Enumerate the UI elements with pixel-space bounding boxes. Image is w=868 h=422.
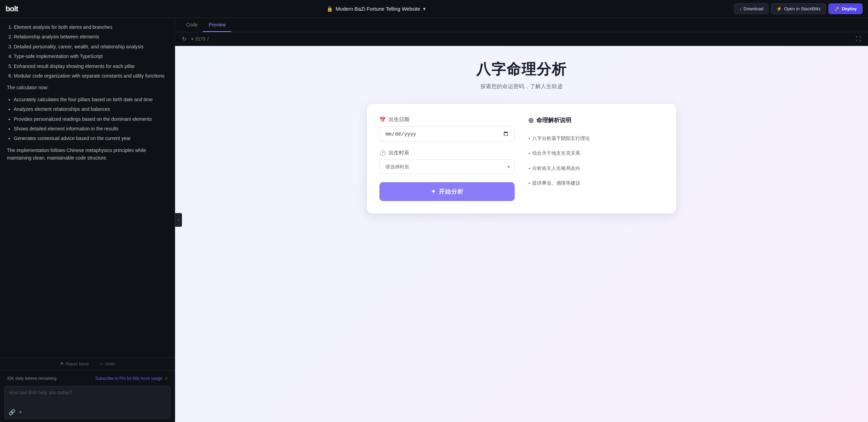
left-panel: Element analysis for both stems and bran… (0, 18, 175, 422)
info-icon: ◎ (528, 117, 534, 124)
list-item: Detailed personality, career, wealth, an… (14, 43, 168, 50)
bazi-subtitle: 探索您的命运密码，了解人生轨迹 (476, 83, 567, 90)
chat-footer: 35K daily tokens remaining. Subscribe to… (0, 371, 175, 422)
download-button[interactable]: ↓ Download (734, 3, 768, 14)
attach-link-button[interactable]: 🔗 (9, 409, 15, 415)
list-item: Type-safe implementation with TypeScript (14, 52, 168, 60)
birth-date-group: 📅 出生日期 (379, 116, 515, 141)
info-list: 八字分析基于阴阳五行理论 结合天干地支生克关系 分析命主人生格局走向 提供事业、… (528, 131, 664, 191)
collapse-panel-button[interactable]: ‹ (175, 213, 182, 227)
bazi-main-card: 📅 出生日期 🕐 出生时辰 (367, 104, 676, 213)
download-icon: ↓ (739, 6, 742, 11)
list-item: Analyzes element relationships and balan… (14, 105, 168, 113)
lock-icon: 🔒 (327, 6, 333, 12)
info-list-item: 八字分析基于阴阳五行理论 (528, 131, 664, 146)
topbar-right: ↓ Download ⚡ Open in StackBlitz 🚀 Deploy (734, 3, 863, 14)
bazi-form-section: 📅 出生日期 🕐 出生时辰 (379, 116, 515, 201)
link-icon: 🔗 (9, 409, 15, 415)
sparkle-button[interactable]: ✦ (18, 409, 23, 415)
bottom-bar: ⚑ Report Issue ↩ Undo (0, 357, 175, 371)
analyze-sparkle-icon: ✦ (431, 188, 436, 195)
subscribe-link[interactable]: Subscribe to Pro for 66x more usage (95, 376, 162, 381)
undo-button[interactable]: ↩ Undo (97, 360, 118, 368)
bolt-logo: bolt (5, 4, 18, 13)
chat-input[interactable] (9, 390, 166, 406)
time-select-wrap: 请选择时辰 子时 (23:00-01:00) 丑时 (01:00-03:00) … (379, 160, 515, 174)
bazi-header: 八字命理分析 探索您的命运密码，了解人生轨迹 (476, 60, 567, 90)
project-title: Modern BaZi Fortune Telling Website (336, 6, 420, 12)
chat-content: Element analysis for both stems and bran… (0, 18, 175, 357)
birth-date-input[interactable] (379, 126, 515, 141)
topbar: bolt 🔒 Modern BaZi Fortune Telling Websi… (0, 0, 868, 18)
fullscreen-button[interactable]: ⛶ (854, 35, 863, 44)
sparkle-icon: ✦ (191, 37, 194, 42)
list-item: Shows detailed element information in th… (14, 125, 168, 132)
preview-content: 八字命理分析 探索您的命运密码，了解人生轨迹 📅 出生日期 (175, 46, 868, 422)
rocket-icon: 🚀 (834, 6, 840, 11)
topbar-center: 🔒 Modern BaZi Fortune Telling Website ▾ (327, 6, 426, 12)
info-list-item: 分析命主人生格局走向 (528, 161, 664, 176)
calendar-icon: 📅 (379, 117, 386, 123)
token-count: ✦ 5173 (191, 36, 205, 42)
url-bar: ✦ 5173 / (191, 36, 852, 42)
info-list-item: 结合天干地支生克关系 (528, 146, 664, 161)
list-item: Accurately calculates the four pillars b… (14, 96, 168, 103)
main-wrapper: Element analysis for both stems and bran… (0, 18, 868, 422)
preview-toolbar: ↻ ✦ 5173 / ⛶ (175, 32, 868, 46)
birth-time-group: 🕐 出生时辰 请选择时辰 子时 (23:00-01:00) 丑时 (01:00-… (379, 150, 515, 174)
collapse-icon: ‹ (178, 217, 179, 223)
tab-preview[interactable]: Preview (203, 18, 231, 32)
clock-icon: 🕐 (379, 150, 386, 156)
deploy-button[interactable]: 🚀 Deploy (829, 3, 863, 14)
bazi-website: 八字命理分析 探索您的命运密码，了解人生轨迹 📅 出生日期 (175, 46, 868, 422)
tab-code[interactable]: Code (181, 18, 203, 32)
report-issue-button[interactable]: ⚑ Report Issue (57, 360, 92, 368)
chat-input-wrap: 🔗 ✦ (4, 386, 171, 419)
tokens-bar: 35K daily tokens remaining. Subscribe to… (4, 374, 171, 383)
birth-date-label: 📅 出生日期 (379, 116, 515, 123)
list-item: Provides personalized readings based on … (14, 115, 168, 123)
report-icon: ⚑ (60, 362, 64, 366)
lightning-icon: ⚡ (776, 6, 782, 11)
preview-tabs: Code Preview (175, 18, 868, 32)
list-item: Relationship analysis between elements (14, 33, 168, 40)
undo-icon: ↩ (100, 362, 103, 366)
topbar-left: bolt (5, 4, 18, 13)
stackblitz-button[interactable]: ⚡ Open in StackBlitz (771, 3, 825, 14)
bazi-main-title: 八字命理分析 (476, 60, 567, 79)
birth-time-select[interactable]: 请选择时辰 子时 (23:00-01:00) 丑时 (01:00-03:00) … (379, 160, 515, 174)
footer-text: The implementation follows Chinese metap… (7, 146, 168, 162)
sparkle-icon: ✦ (18, 409, 23, 415)
list-item: Modular code organization with separate … (14, 72, 168, 80)
analyze-button[interactable]: ✦ 开始分析 (379, 182, 515, 201)
right-panel: Code Preview ↻ ✦ 5173 / ⛶ 八字命理分析 探索您的命运密… (175, 18, 868, 422)
url-slash: / (207, 36, 209, 42)
tokens-remaining: 35K daily tokens remaining. (7, 376, 57, 381)
info-title: ◎ 命理解析说明 (528, 116, 664, 124)
bazi-info-section: ◎ 命理解析说明 八字分析基于阴阳五行理论 结合天干地支生克关系 分析命主人生格… (528, 116, 664, 201)
list-item: Enhanced result display showing elements… (14, 62, 168, 70)
intro-text: The calculator now: (7, 84, 168, 91)
refresh-button[interactable]: ↻ (181, 34, 188, 44)
birth-time-label: 🕐 出生时辰 (379, 150, 515, 156)
list-item: Element analysis for both stems and bran… (14, 23, 168, 31)
chevron-down-icon[interactable]: ▾ (423, 6, 426, 12)
bullet-list: Accurately calculates the four pillars b… (7, 96, 168, 142)
list-item: Generates contextual advice based on the… (14, 134, 168, 142)
numbered-list: Element analysis for both stems and bran… (7, 23, 168, 80)
info-list-item: 提供事业、感情等建议 (528, 176, 664, 190)
chat-input-actions: 🔗 ✦ (9, 409, 166, 415)
close-tokens-icon[interactable]: × (165, 376, 168, 381)
